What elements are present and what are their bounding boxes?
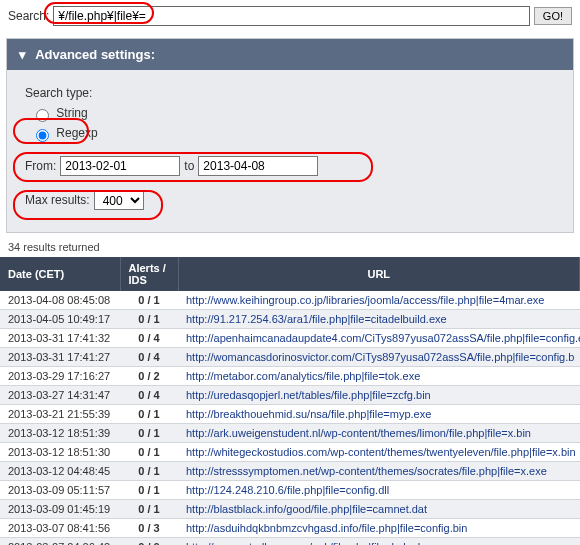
cell-date: 2013-03-31 17:41:32 <box>0 329 120 348</box>
cell-url[interactable]: http://breakthouehmid.su/nsa/file.php|fi… <box>178 405 580 424</box>
to-label: to <box>184 159 194 173</box>
max-results-label: Max results: <box>25 193 90 207</box>
cell-url[interactable]: http://whitegeckostudios.com/wp-content/… <box>178 443 580 462</box>
cell-alerts: 0 / 4 <box>120 386 178 405</box>
cell-alerts: 0 / 1 <box>120 405 178 424</box>
table-row[interactable]: 2013-03-21 21:55:390 / 1http://breakthou… <box>0 405 580 424</box>
search-label: Search: <box>8 9 49 23</box>
radio-string-input[interactable] <box>36 109 49 122</box>
cell-alerts: 0 / 4 <box>120 348 178 367</box>
cell-date: 2013-04-08 08:45:08 <box>0 291 120 310</box>
cell-url[interactable]: http://blastblack.info/good/file.php|fil… <box>178 500 580 519</box>
cell-alerts: 0 / 1 <box>120 462 178 481</box>
cell-url[interactable]: http://metabor.com/analytics/file.php|fi… <box>178 367 580 386</box>
cell-date: 2013-03-09 01:45:19 <box>0 500 120 519</box>
cell-alerts: 0 / 1 <box>120 424 178 443</box>
radio-string-label: String <box>56 106 87 120</box>
table-row[interactable]: 2013-03-09 01:45:190 / 1http://blastblac… <box>0 500 580 519</box>
search-type-label: Search type: <box>25 86 555 100</box>
table-row[interactable]: 2013-03-12 18:51:390 / 1http://ark.uweig… <box>0 424 580 443</box>
cell-alerts: 0 / 1 <box>120 500 178 519</box>
cell-url[interactable]: http://91.217.254.63/ara1/file.php|file=… <box>178 310 580 329</box>
table-row[interactable]: 2013-03-09 05:11:570 / 1http://124.248.2… <box>0 481 580 500</box>
cell-url[interactable]: http://suggestedlean.com/ngk/file.php|fi… <box>178 538 580 546</box>
cell-alerts: 0 / 1 <box>120 443 178 462</box>
cell-date: 2013-03-12 18:51:30 <box>0 443 120 462</box>
advanced-settings-header[interactable]: ▾ Advanced settings: <box>7 39 573 70</box>
results-count: 34 results returned <box>8 241 572 253</box>
advanced-settings-title: Advanced settings: <box>35 47 155 62</box>
table-row[interactable]: 2013-03-31 17:41:270 / 4http://womancasd… <box>0 348 580 367</box>
cell-url[interactable]: http://ark.uweigenstudent.nl/wp-content/… <box>178 424 580 443</box>
cell-url[interactable]: http://www.keihingroup.co.jp/libraries/j… <box>178 291 580 310</box>
radio-regexp-label: Regexp <box>56 126 97 140</box>
from-label: From: <box>25 159 56 173</box>
cell-alerts: 0 / 2 <box>120 367 178 386</box>
cell-date: 2013-03-29 17:16:27 <box>0 367 120 386</box>
radio-regexp-input[interactable] <box>36 129 49 142</box>
cell-date: 2013-03-12 18:51:39 <box>0 424 120 443</box>
table-row[interactable]: 2013-04-08 08:45:080 / 1http://www.keihi… <box>0 291 580 310</box>
from-date-input[interactable] <box>60 156 180 176</box>
cell-date: 2013-04-05 10:49:17 <box>0 310 120 329</box>
cell-date: 2013-03-09 05:11:57 <box>0 481 120 500</box>
cell-alerts: 0 / 1 <box>120 481 178 500</box>
cell-date: 2013-03-12 04:48:45 <box>0 462 120 481</box>
cell-url[interactable]: http://uredasqopjerl.net/tables/file.php… <box>178 386 580 405</box>
cell-url[interactable]: http://stresssymptomen.net/wp-content/th… <box>178 462 580 481</box>
cell-date: 2013-03-21 21:55:39 <box>0 405 120 424</box>
radio-regexp[interactable]: Regexp <box>31 126 98 140</box>
cell-url[interactable]: http://asduihdqkbnbmzcvhgasd.info/file.p… <box>178 519 580 538</box>
table-row[interactable]: 2013-03-07 08:41:560 / 3http://asduihdqk… <box>0 519 580 538</box>
cell-date: 2013-03-27 14:31:47 <box>0 386 120 405</box>
table-row[interactable]: 2013-03-31 17:41:320 / 4http://apenhaimc… <box>0 329 580 348</box>
col-header-alerts[interactable]: Alerts / IDS <box>120 257 178 291</box>
cell-alerts: 0 / 0 <box>120 538 178 546</box>
go-button[interactable]: GO! <box>534 7 572 25</box>
cell-alerts: 0 / 3 <box>120 519 178 538</box>
table-row[interactable]: 2013-03-27 14:31:470 / 4http://uredasqop… <box>0 386 580 405</box>
cell-date: 2013-03-07 04:06:42 <box>0 538 120 546</box>
cell-date: 2013-03-07 08:41:56 <box>0 519 120 538</box>
table-row[interactable]: 2013-03-07 04:06:420 / 0http://suggested… <box>0 538 580 546</box>
cell-date: 2013-03-31 17:41:27 <box>0 348 120 367</box>
to-date-input[interactable] <box>198 156 318 176</box>
table-row[interactable]: 2013-03-12 18:51:300 / 1http://whitegeck… <box>0 443 580 462</box>
table-row[interactable]: 2013-04-05 10:49:170 / 1http://91.217.25… <box>0 310 580 329</box>
table-row[interactable]: 2013-03-29 17:16:270 / 2http://metabor.c… <box>0 367 580 386</box>
col-header-date[interactable]: Date (CET) <box>0 257 120 291</box>
results-table: Date (CET) Alerts / IDS URL 2013-04-08 0… <box>0 257 580 545</box>
cell-url[interactable]: http://womancasdorinosvictor.com/CiTys89… <box>178 348 580 367</box>
cell-alerts: 0 / 4 <box>120 329 178 348</box>
max-results-select[interactable]: 400 <box>94 190 144 210</box>
cell-url[interactable]: http://apenhaimcanadaupdate4.com/CiTys89… <box>178 329 580 348</box>
radio-string[interactable]: String <box>31 106 88 120</box>
col-header-url[interactable]: URL <box>178 257 580 291</box>
chevron-down-icon: ▾ <box>19 47 26 62</box>
cell-alerts: 0 / 1 <box>120 310 178 329</box>
cell-url[interactable]: http://124.248.210.6/file.php|file=confi… <box>178 481 580 500</box>
search-input[interactable] <box>53 6 529 26</box>
cell-alerts: 0 / 1 <box>120 291 178 310</box>
table-row[interactable]: 2013-03-12 04:48:450 / 1http://stresssym… <box>0 462 580 481</box>
